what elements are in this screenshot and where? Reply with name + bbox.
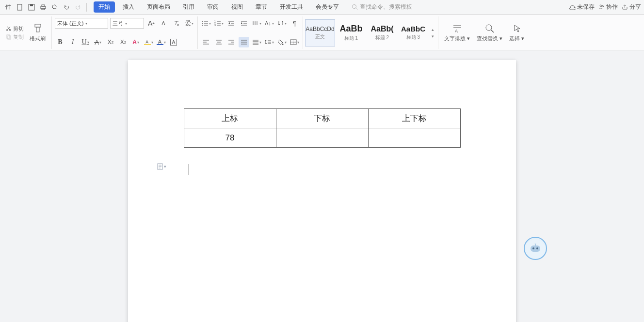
show-marks-icon[interactable]: ¶ (289, 18, 300, 29)
text-direction-icon[interactable] (251, 18, 262, 29)
print-preview-icon[interactable] (49, 2, 60, 13)
tab-vip[interactable]: 会员专享 (311, 1, 344, 13)
table-row[interactable]: 78 (184, 128, 460, 148)
undo-icon[interactable] (61, 2, 72, 13)
phonetic-guide-icon[interactable]: 爱 (184, 18, 194, 29)
svg-rect-14 (7, 35, 10, 38)
tab-insert[interactable]: 插入 (118, 1, 139, 13)
underline-icon[interactable]: U (80, 37, 91, 47)
save-icon[interactable] (26, 2, 37, 13)
svg-text:A: A (455, 29, 458, 33)
tab-dev-tools[interactable]: 开发工具 (275, 1, 308, 13)
tab-start[interactable]: 开始 (94, 1, 115, 13)
svg-point-11 (602, 6, 604, 7)
ai-assistant-button[interactable] (524, 237, 547, 260)
style-heading3[interactable]: AaBbC 标题 3 (398, 19, 428, 46)
bullets-icon[interactable] (201, 18, 211, 29)
font-color-icon[interactable]: A (156, 37, 166, 47)
subscript-icon[interactable]: X2 (118, 37, 129, 47)
search-placeholder: 查找命令、搜索模板 (360, 3, 412, 11)
command-search[interactable]: 查找命令、搜索模板 (352, 3, 412, 11)
sort-icon[interactable] (276, 18, 287, 29)
increase-font-icon[interactable]: A+ (146, 18, 157, 29)
ribbon: 剪切 复制 格式刷 宋体 (正文)▾ 三号▾ A+ A- 爱 B I U A X… (0, 15, 644, 50)
decrease-indent-icon[interactable] (226, 18, 237, 29)
document-page[interactable]: 上标 下标 上下标 78 ▾ (128, 60, 516, 322)
format-painter-button[interactable]: 格式刷 (27, 22, 48, 43)
separator (86, 3, 87, 12)
paragraph-group: 123 A↓ ¶ (198, 16, 303, 49)
unsaved-status[interactable]: 未保存 (569, 3, 595, 11)
align-justify-icon[interactable] (239, 37, 249, 47)
align-distribute-icon[interactable] (251, 37, 262, 47)
paragraph-insert-icon[interactable]: ▾ (157, 163, 166, 170)
select-button[interactable]: 选择 ▾ (506, 22, 527, 43)
table-cell[interactable]: 上标 (184, 109, 276, 128)
line-spacing-alt-icon[interactable]: A↓ (264, 18, 274, 29)
table-cell[interactable]: 上下标 (368, 109, 460, 128)
svg-point-20 (202, 25, 203, 26)
italic-icon[interactable]: I (67, 37, 78, 47)
style-normal[interactable]: AaBbCcDd 正文 (305, 19, 335, 46)
print-icon[interactable] (38, 2, 48, 13)
share-button[interactable]: 分享 (622, 3, 641, 11)
svg-rect-2 (30, 4, 33, 6)
table-cell[interactable] (368, 128, 460, 148)
character-border-icon[interactable]: A (168, 37, 179, 47)
find-replace-button[interactable]: 查找替换 ▾ (474, 22, 505, 43)
table-row[interactable]: 上标 下标 上下标 (184, 109, 460, 128)
file-menu[interactable]: 件 (3, 2, 14, 13)
line-spacing-icon[interactable] (264, 37, 274, 47)
tab-review[interactable]: 审阅 (202, 1, 224, 13)
font-name-select[interactable]: 宋体 (正文)▾ (55, 18, 108, 29)
menu-tabs: 开始 插入 页面布局 引用 审阅 视图 章节 开发工具 会员专享 (94, 1, 344, 13)
svg-rect-17 (36, 27, 39, 32)
document-table[interactable]: 上标 下标 上下标 78 (184, 108, 461, 148)
svg-line-7 (56, 8, 57, 10)
styles-more[interactable]: ▴▾ (429, 27, 436, 39)
styles-gallery: AaBbCcDd 正文 AaBb 标题 1 AaBb( 标题 2 AaBbC 标… (303, 16, 438, 49)
font-group: 宋体 (正文)▾ 三号▾ A+ A- 爱 B I U A X2 X2 A A A (52, 16, 198, 49)
svg-line-9 (356, 8, 358, 10)
cut-button[interactable]: 剪切 (6, 25, 24, 32)
svg-point-18 (202, 21, 203, 22)
strikethrough-icon[interactable]: A (93, 37, 103, 47)
font-size-select[interactable]: 三号▾ (110, 18, 144, 29)
table-cell[interactable]: 下标 (276, 109, 368, 128)
style-heading1[interactable]: AaBb 标题 1 (336, 19, 366, 46)
table-cell[interactable] (276, 128, 368, 148)
borders-icon[interactable] (289, 37, 300, 47)
style-heading2[interactable]: AaBb( 标题 2 (367, 19, 397, 46)
svg-text:A↓: A↓ (265, 20, 271, 26)
align-right-icon[interactable] (226, 37, 237, 47)
redo-icon[interactable] (73, 2, 83, 13)
clear-format-icon[interactable] (171, 18, 182, 29)
svg-point-10 (600, 5, 602, 7)
table-cell[interactable]: 78 (184, 128, 276, 148)
collaborate-button[interactable]: 协作 (598, 3, 618, 11)
document-area[interactable]: 上标 下标 上下标 78 ▾ (0, 50, 644, 322)
svg-text:3: 3 (214, 24, 216, 26)
text-cursor (189, 164, 189, 175)
tab-view[interactable]: 视图 (226, 1, 248, 13)
copy-button[interactable]: 复制 (6, 33, 24, 41)
svg-rect-4 (42, 5, 45, 6)
quick-access-toolbar: 件 开始 插入 页面布局 引用 审阅 视图 章节 开发工具 会员专享 查找命令、… (0, 0, 644, 15)
shading-icon[interactable] (276, 37, 287, 47)
bold-icon[interactable]: B (55, 37, 65, 47)
text-effect-icon[interactable]: A (130, 37, 141, 47)
align-center-icon[interactable] (213, 37, 224, 47)
align-left-icon[interactable] (201, 37, 211, 47)
tab-chapter[interactable]: 章节 (251, 1, 272, 13)
new-doc-icon[interactable] (15, 2, 25, 13)
clipboard-group: 剪切 复制 格式刷 (3, 16, 52, 49)
svg-rect-71 (531, 245, 540, 252)
increase-indent-icon[interactable] (239, 18, 249, 29)
tab-references[interactable]: 引用 (178, 1, 199, 13)
superscript-icon[interactable]: X2 (105, 37, 116, 47)
tab-page-layout[interactable]: 页面布局 (142, 1, 175, 13)
text-layout-button[interactable]: A 文字排版 ▾ (441, 22, 473, 43)
highlight-color-icon[interactable] (143, 37, 154, 47)
decrease-font-icon[interactable]: A- (159, 18, 169, 29)
numbering-icon[interactable]: 123 (213, 18, 224, 29)
